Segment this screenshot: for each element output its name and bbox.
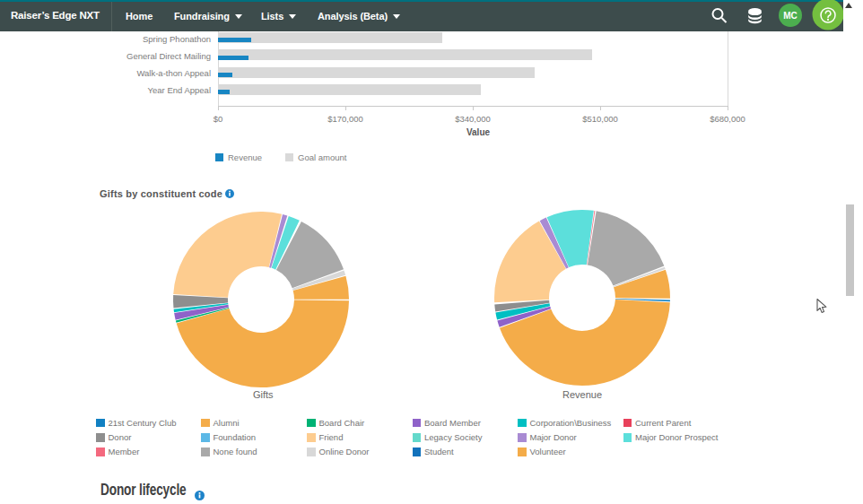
svg-text:MC: MC	[783, 11, 798, 21]
